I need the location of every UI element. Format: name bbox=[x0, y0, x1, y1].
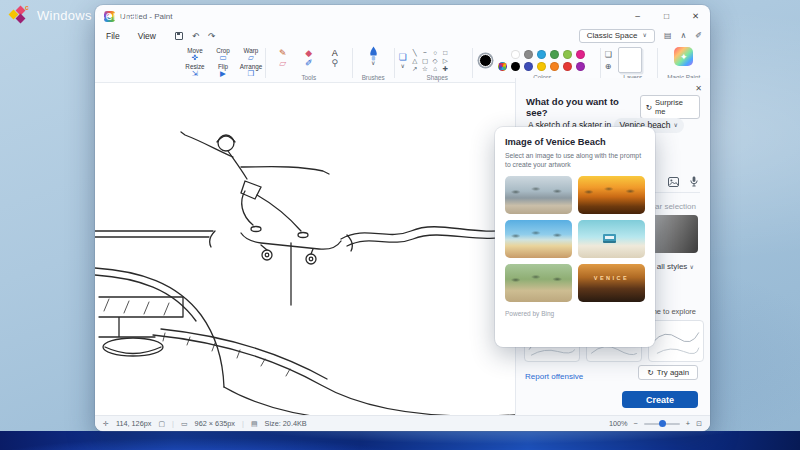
canvas-size-icon: ▭ bbox=[181, 420, 188, 428]
layer-thumbnail[interactable] bbox=[618, 47, 642, 73]
create-button[interactable]: Create bbox=[622, 391, 698, 408]
microphone-icon[interactable] bbox=[690, 176, 698, 187]
color-purple[interactable] bbox=[576, 62, 585, 71]
shape-rounded-rect[interactable]: ▢ bbox=[422, 57, 428, 64]
color-gray[interactable] bbox=[524, 50, 533, 59]
eyedropper-tool-icon[interactable]: ✐ bbox=[296, 58, 322, 68]
venice-sign-text: VENICE bbox=[578, 275, 645, 281]
color-wheel-icon[interactable] bbox=[498, 62, 507, 71]
panel-toggle-icon[interactable]: ▤ bbox=[664, 31, 672, 40]
report-offensive-link[interactable]: Report offensive bbox=[525, 372, 583, 381]
panel-heading: What do you want to see? bbox=[526, 96, 640, 118]
add-image-icon[interactable] bbox=[668, 177, 679, 187]
surprise-me-button[interactable]: ↻ Surprise me bbox=[640, 95, 700, 119]
shape-right-triangle[interactable]: ▷ bbox=[442, 57, 448, 64]
redo-icon[interactable]: ↷ bbox=[208, 31, 215, 41]
magic-paint-button[interactable]: Magic Paint bbox=[657, 44, 710, 82]
result-thumbnail[interactable] bbox=[648, 320, 704, 362]
fit-to-screen-icon[interactable]: ⊡ bbox=[696, 420, 702, 428]
shape-pentagon[interactable]: ⌂ bbox=[432, 65, 438, 72]
style-selector-dropdown[interactable]: Classic Space ∨ bbox=[579, 29, 655, 43]
selected-color-swatch[interactable] bbox=[479, 54, 492, 67]
color-indigo[interactable] bbox=[524, 62, 533, 71]
image-grid: VENICE bbox=[505, 176, 645, 302]
shape-rectangle[interactable]: □ bbox=[442, 49, 448, 56]
layers-stack-icon[interactable]: ❏ bbox=[605, 50, 612, 59]
venice-palm-trees-image[interactable] bbox=[505, 264, 572, 302]
brushes-group[interactable]: ∨ Brushes bbox=[353, 44, 394, 82]
zoom-in-button[interactable]: + bbox=[686, 419, 690, 428]
popup-title: Image of Venice Beach bbox=[505, 137, 645, 147]
canvas-size-value: 962 × 635px bbox=[195, 419, 235, 428]
venice-lifeguard-tower-image[interactable] bbox=[578, 220, 645, 258]
add-layer-icon[interactable]: ⊕ bbox=[605, 62, 612, 71]
menu-view[interactable]: View bbox=[135, 30, 159, 42]
magic-paint-icon bbox=[674, 47, 693, 66]
minimize-button[interactable]: – bbox=[623, 5, 652, 27]
statusbar: ✛ 114, 126px ▢ | ▭ 962 × 635px | ▤ Size:… bbox=[95, 415, 710, 431]
zoom-slider[interactable] bbox=[644, 423, 680, 425]
shape-picker[interactable]: ❏ ∨ bbox=[399, 52, 407, 69]
cursor-position-icon: ✛ bbox=[103, 420, 109, 428]
colors-group: Colors bbox=[473, 44, 600, 82]
chevron-up-icon[interactable]: ∧ bbox=[680, 31, 686, 40]
close-button[interactable]: ✕ bbox=[681, 5, 710, 27]
shape-oval[interactable]: ○ bbox=[432, 49, 438, 56]
color-pink[interactable] bbox=[576, 50, 585, 59]
color-white[interactable] bbox=[511, 50, 520, 59]
venice-boardwalk-overcast-image[interactable] bbox=[505, 176, 572, 214]
menu-file[interactable]: File bbox=[103, 30, 123, 42]
shapes-icon: ❏ bbox=[399, 52, 407, 62]
selection-size-icon: ▢ bbox=[158, 420, 165, 428]
chevron-down-icon: ∨ bbox=[400, 64, 404, 69]
shape-line[interactable]: ╲ bbox=[412, 49, 418, 56]
warp-button[interactable]: Warp ▱ bbox=[237, 46, 265, 63]
undo-icon[interactable]: ↶ bbox=[192, 31, 199, 41]
lifeguard-hut-shape bbox=[603, 234, 616, 243]
shape-arrow[interactable]: ↗ bbox=[412, 65, 418, 72]
close-panel-icon[interactable]: ✕ bbox=[695, 84, 702, 93]
venice-beach-popup: Image of Venice Beach Select an image to… bbox=[495, 127, 655, 347]
crop-button[interactable]: Crop ▭ bbox=[209, 46, 237, 63]
flip-button[interactable]: Flip ▶ bbox=[209, 63, 237, 80]
venice-beachfront-day-image[interactable] bbox=[505, 220, 572, 258]
zoom-out-button[interactable]: − bbox=[634, 419, 638, 428]
shape-diamond[interactable]: ◇ bbox=[432, 57, 438, 64]
pen-icon[interactable]: ✐ bbox=[695, 31, 702, 40]
text-tool-icon[interactable]: A bbox=[322, 48, 348, 58]
arrange-button[interactable]: Arrange ❐ bbox=[237, 63, 265, 80]
file-size-value: Size: 20.4KB bbox=[265, 419, 307, 428]
shape-triangle[interactable]: △ bbox=[412, 57, 418, 64]
color-orange[interactable] bbox=[550, 62, 559, 71]
refresh-icon: ↻ bbox=[647, 368, 654, 377]
shape-curve[interactable]: ~ bbox=[422, 49, 428, 56]
crop-icon: ▭ bbox=[219, 54, 226, 62]
watermark-brand: Windows Central bbox=[37, 8, 140, 23]
pencil-tool-icon[interactable]: ✎ bbox=[270, 48, 296, 58]
color-yellow[interactable] bbox=[537, 62, 546, 71]
eraser-tool-icon[interactable]: ▱ bbox=[270, 58, 296, 68]
save-icon[interactable] bbox=[175, 32, 183, 40]
try-again-button[interactable]: ↻ Try again bbox=[638, 365, 698, 380]
shape-star[interactable]: ☆ bbox=[422, 65, 428, 72]
color-black[interactable] bbox=[511, 62, 520, 71]
wallpaper-bloom-band bbox=[0, 431, 800, 450]
color-red[interactable] bbox=[563, 62, 572, 71]
chevron-down-icon: ∨ bbox=[674, 123, 678, 128]
color-green[interactable] bbox=[550, 50, 559, 59]
magnifier-tool-icon[interactable]: ⚲ bbox=[322, 58, 348, 68]
menubar: File View ↶ ↷ Classic Space ∨ ▤ ∧ ✐ bbox=[95, 27, 710, 44]
maximize-button[interactable]: □ bbox=[652, 5, 681, 27]
venice-sign-dusk-image[interactable]: VENICE bbox=[578, 264, 645, 302]
color-blue[interactable] bbox=[537, 50, 546, 59]
color-light-green[interactable] bbox=[563, 50, 572, 59]
watermark: c Windows Central bbox=[10, 6, 140, 24]
resize-button[interactable]: Resize ⇲ bbox=[181, 63, 209, 80]
shape-cross[interactable]: ✚ bbox=[442, 65, 448, 72]
fill-tool-icon[interactable]: ◆ bbox=[296, 48, 322, 58]
venice-skatepark-sunset-image[interactable] bbox=[578, 176, 645, 214]
move-button[interactable]: Move ✜ bbox=[181, 46, 209, 63]
tools-group: ✎ ◆ A ▱ ✐ ⚲ Tools bbox=[266, 44, 352, 82]
arrange-group: Move ✜ Crop ▭ Warp ▱ Resize ⇲ Flip ▶ Arr… bbox=[181, 44, 265, 82]
zoom-slider-thumb[interactable] bbox=[659, 420, 666, 427]
